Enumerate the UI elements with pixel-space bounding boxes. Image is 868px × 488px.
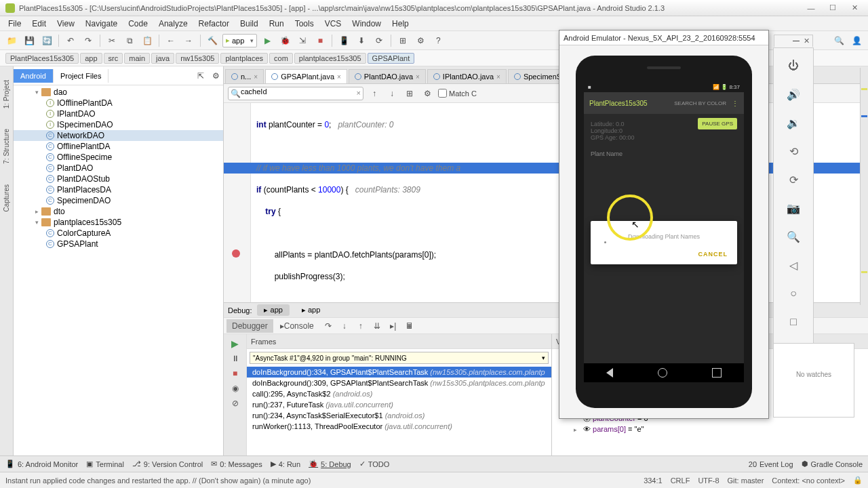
tree-folder-dto[interactable]: ▸dto xyxy=(14,206,223,217)
status-context[interactable]: Context: <no context> xyxy=(772,476,845,485)
tree-item[interactable]: CColorCaptureA xyxy=(14,228,223,239)
tree-item[interactable]: IISpecimenDAO xyxy=(14,119,223,130)
thread-selector[interactable]: "AsyncTask #1"@4,920 in group "main": RU… xyxy=(250,352,549,364)
crumb[interactable]: app xyxy=(80,53,102,64)
find-input[interactable]: 🔍cacheId× xyxy=(228,87,363,100)
close-icon[interactable]: × xyxy=(337,73,341,81)
editor-tab[interactable]: n...× xyxy=(225,69,264,83)
run-to-cursor-icon[interactable]: ▸| xyxy=(386,319,401,333)
menu-file[interactable]: File xyxy=(3,18,26,30)
frame-row[interactable]: run():237, FutureTask (java.util.concurr… xyxy=(247,399,551,410)
crumb[interactable]: src xyxy=(104,53,123,64)
tab-todo[interactable]: ✓ TODO xyxy=(359,460,390,468)
step-into-icon[interactable]: ↓ xyxy=(337,319,352,333)
tab-version-control[interactable]: ⎇ 9: Version Control xyxy=(132,460,203,468)
find-options-icon[interactable]: ⊞ xyxy=(403,87,416,100)
maximize-button[interactable]: ☐ xyxy=(825,3,841,14)
redo-icon[interactable]: ↷ xyxy=(81,33,96,48)
menu-window[interactable]: Window xyxy=(347,18,387,30)
user-icon[interactable]: 👤 xyxy=(849,33,864,48)
tree-item[interactable]: CPlantDAO xyxy=(14,163,223,174)
open-icon[interactable]: 📁 xyxy=(4,33,19,48)
frame-row[interactable]: doInBackground():309, GPSAPlant$PlantSea… xyxy=(247,378,551,388)
pause-gps-button[interactable]: PAUSE GPS xyxy=(698,118,737,129)
avd-icon[interactable]: 📱 xyxy=(336,33,351,48)
crumb[interactable]: java xyxy=(151,53,174,64)
cut-icon[interactable]: ✂ xyxy=(104,33,119,48)
eval-icon[interactable]: 🖩 xyxy=(402,319,417,333)
tree-item[interactable]: CGPSAPlant xyxy=(14,239,223,249)
paste-icon[interactable]: 📋 xyxy=(140,33,155,48)
rotate-right-icon[interactable]: ⟳ xyxy=(785,171,802,188)
nav-home-icon[interactable] xyxy=(658,368,667,378)
search-by-color[interactable]: SEARCH BY COLOR xyxy=(674,100,726,106)
menu-analyze[interactable]: Analyze xyxy=(153,18,193,30)
collapse-icon[interactable]: ⇱ xyxy=(193,68,208,83)
debug-tab-app2[interactable]: ▸ app xyxy=(295,304,327,316)
emu-recents-icon[interactable]: □ xyxy=(785,314,802,330)
prev-match-icon[interactable]: ↑ xyxy=(368,87,381,100)
structure-icon[interactable]: ⊞ xyxy=(395,33,410,48)
menu-code[interactable]: Code xyxy=(123,18,153,30)
emu-home-icon[interactable]: ○ xyxy=(785,285,802,302)
stop-icon[interactable]: ■ xyxy=(313,33,328,48)
crumb[interactable]: nw15s305 xyxy=(176,53,219,64)
debug-tab-app[interactable]: ▸ app xyxy=(257,304,289,316)
tree-item[interactable]: COfflinePlantDA xyxy=(14,141,223,152)
tree-item[interactable]: IIPlantDAO xyxy=(14,108,223,119)
status-lock-icon[interactable]: 🔒 xyxy=(853,476,863,485)
step-out-icon[interactable]: ↑ xyxy=(353,319,368,333)
menu-tools[interactable]: Tools xyxy=(290,18,319,30)
status-position[interactable]: 334:1 xyxy=(644,476,663,485)
tree-body[interactable]: ▾dao IIOfflinePlantDA IIPlantDAO IISpeci… xyxy=(14,85,223,455)
emulator-titlebar[interactable]: Android Emulator - Nexus_5X_API_23_2_201… xyxy=(559,30,768,45)
close-icon[interactable]: × xyxy=(254,73,258,81)
menu-refactor[interactable]: Refactor xyxy=(193,18,235,30)
crumb[interactable]: plantplaces15s305 xyxy=(294,53,366,64)
undo-icon[interactable]: ↶ xyxy=(63,33,78,48)
tree-item[interactable]: COfflineSpecime xyxy=(14,152,223,163)
frame-row[interactable]: call():295, AsyncTask$2 (android.os) xyxy=(247,388,551,399)
project-tab-android[interactable]: Android xyxy=(14,69,54,83)
emu-min-icon[interactable]: — xyxy=(793,37,800,45)
tab-project[interactable]: 1: Project xyxy=(3,80,10,108)
attach-icon[interactable]: ⇲ xyxy=(295,33,310,48)
menu-build[interactable]: Build xyxy=(235,18,264,30)
project-tab-files[interactable]: Project Files xyxy=(54,69,109,83)
debug-icon[interactable]: 🐞 xyxy=(277,33,292,48)
tab-structure[interactable]: 7: Structure xyxy=(3,129,10,164)
status-git[interactable]: Git: master xyxy=(728,476,764,485)
view-breakpoints-icon[interactable]: ◉ xyxy=(230,383,241,394)
nav-recents-icon[interactable] xyxy=(712,368,722,378)
crumb[interactable]: plantplaces xyxy=(220,53,268,64)
editor-tab[interactable]: PlantDAO.java× xyxy=(349,69,426,83)
frame-row[interactable]: doInBackground():334, GPSAPlant$PlantSea… xyxy=(247,367,551,378)
crumb[interactable]: com xyxy=(269,53,293,64)
make-icon[interactable]: 🔨 xyxy=(205,33,220,48)
tab-gradle-console[interactable]: ⬢ Gradle Console xyxy=(802,460,863,468)
editor-tab[interactable]: IPlantDAO.java× xyxy=(427,69,507,83)
close-icon[interactable]: × xyxy=(416,73,420,81)
minimize-button[interactable]: — xyxy=(803,3,819,14)
frames-list[interactable]: doInBackground():334, GPSAPlant$PlantSea… xyxy=(247,367,551,455)
gear-icon[interactable]: ⚙ xyxy=(208,68,223,83)
tab-debugger[interactable]: Debugger xyxy=(226,319,273,333)
tree-item[interactable]: CSpecimenDAO xyxy=(14,195,223,206)
tree-folder-pkg[interactable]: ▾plantplaces15s305 xyxy=(14,217,223,228)
tree-item[interactable]: CPlantDAOStub xyxy=(14,174,223,184)
run-icon[interactable]: ▶ xyxy=(260,33,275,48)
emu-close-icon[interactable]: ✕ xyxy=(804,37,810,45)
tree-item-selected[interactable]: CNetworkDAO xyxy=(14,130,223,141)
close-icon[interactable]: × xyxy=(496,73,500,81)
status-encoding[interactable]: UTF-8 xyxy=(698,476,719,485)
tab-terminal[interactable]: ▣ Terminal xyxy=(86,460,124,468)
crumb[interactable]: PlantPlaces15s305 xyxy=(5,53,79,64)
frame-row[interactable]: run():234, AsyncTask$SerialExecutor$1 (a… xyxy=(247,410,551,421)
sdk-icon[interactable]: ⬇ xyxy=(354,33,369,48)
settings-icon[interactable]: ⚙ xyxy=(413,33,428,48)
breakpoint-icon[interactable] xyxy=(232,249,240,258)
tree-item[interactable]: CPlantPlacesDA xyxy=(14,184,223,195)
tab-captures[interactable]: Captures xyxy=(3,184,10,212)
menu-view[interactable]: View xyxy=(52,18,80,30)
nav-back-icon[interactable] xyxy=(606,368,613,378)
